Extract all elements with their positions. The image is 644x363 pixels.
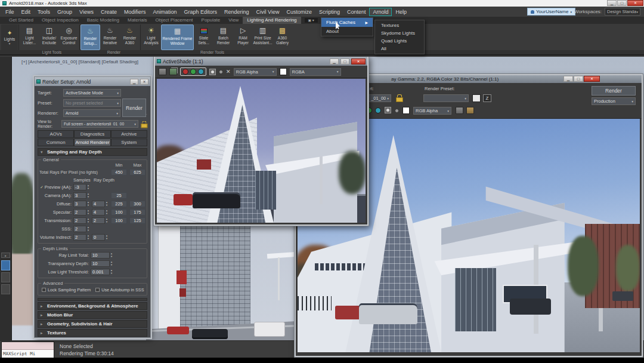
rfw-preset-dropdown[interactable]: ▾ bbox=[423, 94, 469, 102]
activeshade-color-swatch[interactable] bbox=[280, 68, 287, 75]
left-strip-active-button[interactable] bbox=[1, 260, 10, 270]
activeshade-save-icon[interactable] bbox=[159, 68, 166, 75]
rfw-lock-button[interactable] bbox=[395, 94, 402, 101]
ribbon-tab-view[interactable]: View bbox=[224, 17, 243, 24]
specular-samples-spinner[interactable]: 2▲▼ bbox=[73, 209, 89, 216]
menu-group[interactable]: Group bbox=[54, 8, 76, 16]
tab-diagnostics[interactable]: Diagnostics bbox=[74, 130, 110, 138]
user-account-button[interactable]: YourUserName▾ bbox=[527, 8, 575, 16]
preview-check-icon[interactable]: ✓ bbox=[40, 185, 44, 189]
preview-samples-spinner[interactable]: -3▲▼ bbox=[73, 184, 89, 190]
rfw-alpha-channel-button[interactable] bbox=[385, 107, 391, 113]
maxscript-mini-listener[interactable]: MAXScript Mi bbox=[1, 342, 54, 358]
low-light-threshold-spinner[interactable]: 0.001▲▼ bbox=[91, 269, 113, 275]
rfw-blue-channel-button[interactable] bbox=[375, 107, 381, 113]
view-lock-button[interactable] bbox=[141, 121, 147, 127]
menu-views[interactable]: Views bbox=[76, 8, 97, 16]
preset-dropdown[interactable]: No preset selected▾ bbox=[63, 99, 121, 107]
activeshade-close-channels-icon[interactable]: ✕ bbox=[226, 69, 231, 75]
rendered-frame-window-button[interactable]: ▦ Rendered Frame Window bbox=[161, 24, 194, 50]
renderer-dropdown[interactable]: Arnold▾ bbox=[63, 109, 120, 117]
transmission-samples-spinner[interactable]: 2▲▼ bbox=[73, 217, 89, 224]
activeshade-titlebar[interactable]: ActiveShade (1:1) ▁ ▢ ✕ bbox=[155, 57, 367, 66]
submenu-item-textures[interactable]: Textures bbox=[375, 21, 424, 29]
volume-depth-spinner[interactable]: 0▲▼ bbox=[92, 234, 108, 241]
rfw-mode-dropdown[interactable]: Production▾ bbox=[592, 97, 636, 105]
menu-content[interactable]: Content bbox=[343, 8, 370, 16]
ribbon-tab-lighting-rendering[interactable]: Lighting And Rendering bbox=[243, 17, 301, 24]
left-strip-button-3[interactable] bbox=[1, 284, 10, 294]
volume-samples-spinner[interactable]: 2▲▼ bbox=[73, 234, 89, 241]
menu-customize[interactable]: Customize bbox=[283, 8, 315, 16]
rollout-textures[interactable]: ▸Textures bbox=[38, 329, 147, 337]
menu-item-about[interactable]: About bbox=[321, 27, 373, 36]
render-setup-titlebar[interactable]: Render Setup: Arnold ▁ ✕ bbox=[35, 77, 150, 86]
activeshade-green-channel-button[interactable] bbox=[190, 69, 196, 75]
rfw-close-button[interactable]: ✕ bbox=[584, 76, 600, 82]
light-analysis-button[interactable]: ☀ Light Analysis bbox=[141, 24, 161, 50]
ribbon-tab-object-placement[interactable]: Object Placement bbox=[151, 17, 197, 24]
menu-help[interactable]: Help bbox=[392, 8, 410, 16]
activeshade-format-dropdown[interactable]: RGBA▾ bbox=[290, 68, 341, 76]
rfw-clone-icon[interactable] bbox=[456, 107, 463, 114]
activeshade-blue-channel-button[interactable] bbox=[198, 69, 204, 75]
activeshade-mono-channel-button[interactable] bbox=[219, 70, 223, 74]
render-setup-minimize-button[interactable]: ▁ bbox=[130, 79, 138, 85]
menu-modifiers[interactable]: Modifiers bbox=[120, 8, 150, 16]
ram-player-button[interactable]: ▷ RAM Player bbox=[233, 24, 253, 50]
menu-edit[interactable]: Edit bbox=[18, 8, 35, 16]
ribbon-tab-populate[interactable]: Populate bbox=[197, 17, 225, 24]
activeshade-channel-dropdown[interactable]: RGB Alpha▾ bbox=[234, 68, 277, 76]
menu-civil-view[interactable]: Civil View bbox=[253, 8, 283, 16]
rfw-maximize-button[interactable]: ▢ bbox=[574, 76, 583, 82]
left-strip-arrow-button[interactable]: ▸ bbox=[1, 253, 10, 258]
batch-render-button[interactable]: ▤ Batch Render bbox=[213, 24, 233, 50]
ribbon-tab-get-started[interactable]: Get Started bbox=[5, 17, 38, 24]
rfw-snapshot-icon[interactable] bbox=[472, 94, 481, 102]
a360-gallery-button[interactable]: ▩ A360 Gallery bbox=[273, 24, 292, 50]
rollout-motion-blur[interactable]: ▸Motion Blur bbox=[38, 311, 147, 319]
menu-item-flush-caches[interactable]: Flush Caches▶ bbox=[321, 18, 373, 27]
include-exclude-button[interactable]: ◫ Include/ Exclude bbox=[39, 24, 59, 50]
specular-depth-spinner[interactable]: 4▲▼ bbox=[92, 209, 108, 216]
activeshade-alpha-channel-button[interactable] bbox=[209, 69, 216, 75]
menu-scripting[interactable]: Scripting bbox=[315, 8, 343, 16]
submenu-item-all[interactable]: All bbox=[375, 45, 424, 53]
rfw-mono-channel-button[interactable] bbox=[395, 109, 399, 113]
rfw-save-icon[interactable] bbox=[466, 107, 474, 114]
submenu-item-quad-lights[interactable]: Quad Lights bbox=[375, 37, 424, 45]
window-titlebar[interactable]: Arnold2018.max - Autodesk 3ds Max ▁ ▢ ✕ bbox=[0, 0, 644, 7]
rfw-render-button[interactable]: Render bbox=[592, 86, 636, 96]
menu-file[interactable]: File bbox=[2, 8, 18, 16]
lock-sampling-checkbox[interactable] bbox=[42, 288, 46, 292]
rfw-channel-dropdown[interactable]: RGB Alpha▾ bbox=[413, 107, 451, 115]
rollout-sampling[interactable]: ▾ Sampling and Ray Depth bbox=[38, 148, 147, 156]
app-minimize-button[interactable]: ▁ bbox=[607, 0, 617, 6]
ribbon-tab-object-inspection[interactable]: Object Inspection bbox=[38, 17, 83, 24]
menu-animation[interactable]: Animation bbox=[149, 8, 180, 16]
activeshade-maximize-button[interactable]: ▢ bbox=[340, 59, 349, 64]
render-setup-render-button[interactable]: Render bbox=[122, 99, 146, 117]
sss-samples-spinner[interactable]: 2▲▼ bbox=[73, 226, 89, 232]
viewport-label[interactable]: [+] [Archexteriorsli_01_00] [Standard] [… bbox=[21, 59, 138, 64]
target-dropdown[interactable]: ActiveShade Mode▾ bbox=[63, 89, 121, 97]
submenu-item-skydome-lights[interactable]: Skydome Lights bbox=[375, 29, 424, 37]
view-to-render-dropdown[interactable]: Full screen - archexteriorsli_01_00▾ bbox=[61, 120, 138, 128]
camera-samples-spinner[interactable]: 3▲▼ bbox=[73, 192, 89, 199]
activeshade-close-button[interactable]: ✕ bbox=[351, 59, 366, 64]
menu-graph-editors[interactable]: Graph Editors bbox=[180, 8, 221, 16]
light-lister-button[interactable]: ▤ Light Lister... bbox=[20, 24, 39, 50]
maxscript-listener-input[interactable]: MAXScript Mi bbox=[2, 350, 54, 358]
diffuse-samples-spinner[interactable]: 3▲▼ bbox=[73, 201, 89, 207]
tab-common[interactable]: Common bbox=[38, 139, 74, 146]
lights-button[interactable]: ✦ Lights ▼ bbox=[1, 24, 18, 50]
transmission-depth-spinner[interactable]: 2▲▼ bbox=[92, 217, 108, 224]
menu-tools[interactable]: Tools bbox=[34, 8, 54, 16]
render-iterative-button[interactable]: ♨ Render Iterative bbox=[100, 24, 120, 50]
transparency-depth-spinner[interactable]: 10▲▼ bbox=[91, 260, 113, 267]
state-sets-button[interactable]: State Sets... bbox=[194, 24, 213, 50]
rfw-gamma-icon[interactable]: Z bbox=[483, 94, 491, 102]
exposure-control-button[interactable]: ◎ Exposure Control bbox=[59, 24, 79, 50]
render-setup-button[interactable]: ♨ Render Setup... bbox=[80, 24, 100, 50]
rfw-clear-color-swatch[interactable] bbox=[402, 107, 410, 114]
